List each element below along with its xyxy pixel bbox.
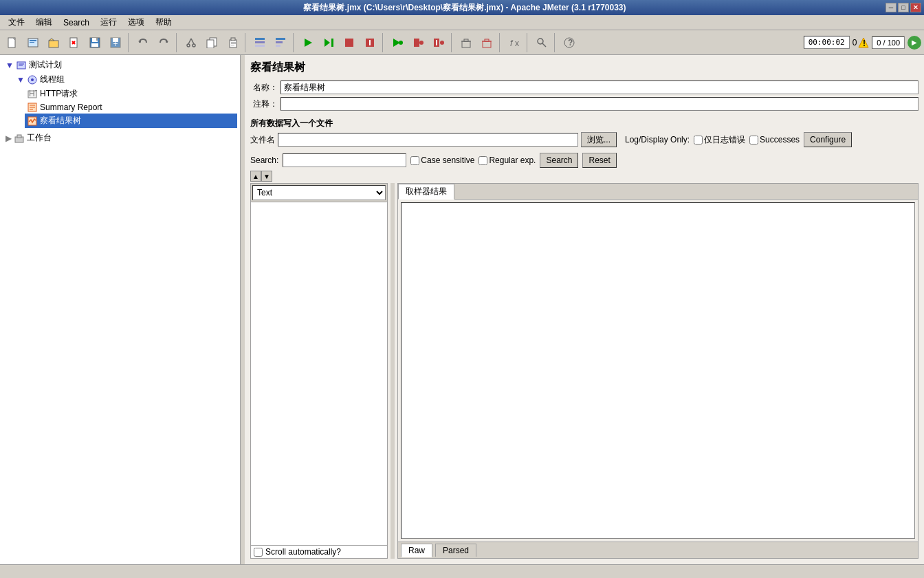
- name-input[interactable]: [280, 81, 918, 94]
- search-button[interactable]: Search: [540, 153, 578, 168]
- status-bar: [0, 564, 924, 578]
- testplan-label: 测试计划: [29, 59, 62, 71]
- svg-point-66: [31, 78, 34, 81]
- comment-row: 注释：: [250, 97, 918, 111]
- errors-checkbox[interactable]: [694, 136, 703, 144]
- toolbar: +: [0, 30, 924, 55]
- svg-rect-32: [276, 38, 285, 40]
- svg-rect-4: [49, 41, 58, 47]
- scroll-auto-checkbox[interactable]: [254, 548, 263, 557]
- sidebar-item-threadgroup[interactable]: ▼ 线程组: [14, 72, 237, 87]
- successes-checkbox-label[interactable]: Successes: [749, 135, 800, 144]
- svg-point-18: [187, 44, 190, 47]
- toolbar-remote-run[interactable]: [388, 33, 407, 52]
- toolbar-remote-halt[interactable]: [429, 33, 448, 52]
- toolbar-undo[interactable]: [133, 33, 153, 52]
- toolbar-clear-all[interactable]: [477, 33, 496, 52]
- toolbar-clear[interactable]: [456, 33, 476, 52]
- sidebar-item-summary[interactable]: Summary Report: [25, 101, 237, 114]
- regular-exp-checkbox[interactable]: [478, 156, 487, 165]
- successes-checkbox[interactable]: [749, 136, 758, 144]
- toolbar-save-as[interactable]: +: [106, 33, 125, 52]
- sep5: [382, 33, 385, 52]
- search-input[interactable]: [283, 153, 406, 167]
- file-input[interactable]: [278, 133, 578, 147]
- toolbar-open[interactable]: [44, 33, 63, 52]
- toolbar-close[interactable]: [65, 33, 84, 52]
- configure-button[interactable]: Configure: [804, 132, 852, 147]
- sep6: [451, 33, 454, 52]
- go-button[interactable]: ▶: [908, 36, 921, 50]
- menu-help[interactable]: 帮助: [150, 15, 177, 30]
- sidebar-item-workbench[interactable]: ▶ 工作台: [3, 131, 237, 145]
- tab-raw[interactable]: Raw: [401, 544, 432, 557]
- sep2: [176, 33, 179, 52]
- svg-rect-28: [231, 45, 234, 45]
- nav-arrows[interactable]: ▲ ▼: [250, 171, 918, 182]
- main-layout: ▼ 测试计划 ▼ 线程组 HTTP HTTP请求 Summary Report …: [0, 55, 924, 564]
- name-label: 名称：: [250, 82, 278, 94]
- menu-edit[interactable]: 编辑: [30, 15, 58, 30]
- errors-checkbox-label[interactable]: 仅日志错误: [694, 134, 745, 146]
- menu-run[interactable]: 运行: [95, 15, 122, 30]
- menu-options[interactable]: 选项: [122, 15, 150, 30]
- svg-rect-26: [231, 42, 236, 43]
- browse-button[interactable]: 浏览...: [581, 132, 617, 147]
- case-sensitive-checkbox[interactable]: [410, 156, 419, 165]
- comment-input[interactable]: [280, 97, 918, 111]
- nav-down[interactable]: ▼: [261, 171, 272, 182]
- toolbar-function[interactable]: fx: [505, 33, 524, 52]
- menu-file[interactable]: 文件: [3, 15, 30, 30]
- toolbar-run[interactable]: [298, 33, 318, 52]
- sidebar-item-testplan[interactable]: ▼ 测试计划: [3, 58, 237, 72]
- toolbar-help[interactable]: ?: [560, 33, 579, 52]
- svg-rect-51: [483, 41, 491, 47]
- tab-parsed[interactable]: Parsed: [435, 544, 476, 557]
- viewresults-label: 察看结果树: [40, 115, 81, 127]
- toolbar-paste[interactable]: [223, 33, 242, 52]
- case-sensitive-label[interactable]: Case sensitive: [410, 156, 474, 165]
- results-splitter[interactable]: [390, 183, 395, 559]
- tab-sampler-results[interactable]: 取样器结果: [398, 184, 454, 200]
- toolbar-new[interactable]: [3, 33, 22, 52]
- sidebar-item-http[interactable]: HTTP HTTP请求: [25, 87, 237, 101]
- svg-text:+: +: [113, 39, 118, 48]
- file-row: 文件名 浏览... Log/Display Only: 仅日志错误 Succes…: [250, 132, 918, 147]
- svg-line-20: [188, 39, 191, 44]
- content-panel: 察看结果树 名称： 注释： 所有数据写入一个文件 文件名 浏览... Log/D…: [245, 55, 924, 564]
- regular-exp-label[interactable]: Regular exp.: [478, 156, 536, 165]
- toolbar-templates[interactable]: [23, 33, 43, 52]
- window-controls[interactable]: ─ □ ✕: [886, 3, 921, 12]
- toolbar-copy[interactable]: [202, 33, 221, 52]
- toolbar-collapse[interactable]: [271, 33, 290, 52]
- toolbar-halt[interactable]: [360, 33, 380, 52]
- svg-marker-36: [324, 39, 330, 47]
- menu-search[interactable]: Search: [58, 17, 95, 29]
- toolbar-save[interactable]: [85, 33, 104, 52]
- toolbar-search-all[interactable]: [532, 33, 551, 52]
- toolbar-redo[interactable]: [154, 33, 173, 52]
- summary-label: Summary Report: [40, 103, 102, 112]
- svg-text:HTTP: HTTP: [29, 89, 37, 98]
- toolbar-stop[interactable]: [340, 33, 359, 52]
- maximize-button[interactable]: □: [898, 3, 909, 12]
- text-dropdown[interactable]: Text RegExp Tester CSS/JQuery Tester XPa…: [252, 185, 386, 200]
- viewresults-icon: [28, 116, 37, 126]
- toolbar-right: 00:00:02 0 ! 0 / 100 ▶: [804, 36, 921, 50]
- svg-point-44: [419, 41, 424, 45]
- svg-rect-38: [345, 39, 353, 47]
- scroll-check-row: Scroll automatically?: [251, 545, 387, 558]
- sidebar-item-viewresults[interactable]: 察看结果树: [25, 114, 237, 128]
- toolbar-expand[interactable]: [250, 33, 270, 52]
- scroll-auto-label: Scroll automatically?: [265, 547, 341, 557]
- toolbar-cut[interactable]: [182, 33, 201, 52]
- svg-rect-11: [96, 38, 98, 41]
- minimize-button[interactable]: ─: [886, 3, 896, 12]
- nav-up[interactable]: ▲: [250, 171, 261, 182]
- reset-button[interactable]: Reset: [582, 153, 616, 168]
- toolbar-remote-stop[interactable]: [408, 33, 428, 52]
- close-button[interactable]: ✕: [910, 3, 921, 12]
- toolbar-run-thread[interactable]: [319, 33, 338, 52]
- svg-rect-29: [255, 38, 265, 40]
- expand-icon-workbench: ▶: [6, 133, 12, 143]
